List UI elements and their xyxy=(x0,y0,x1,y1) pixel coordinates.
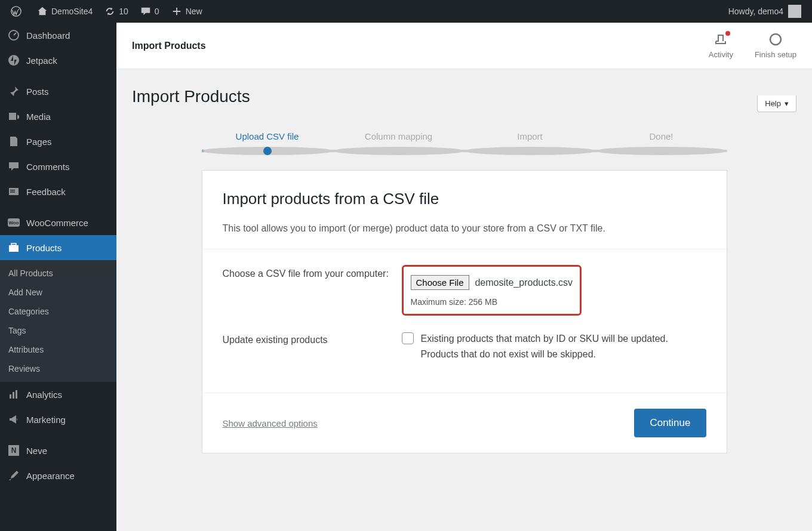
finish-setup-label: Finish setup xyxy=(755,50,796,59)
submenu-categories[interactable]: Categories xyxy=(0,302,116,321)
submenu-attributes[interactable]: Attributes xyxy=(0,340,116,359)
activity-icon xyxy=(713,32,728,47)
sidebar-label: Analytics xyxy=(26,390,62,400)
sidebar-item-products[interactable]: Products xyxy=(0,235,116,260)
notification-dot-icon xyxy=(725,31,730,36)
admin-bar: DemoSite4 10 0 New Howdy, demo4 xyxy=(0,0,812,23)
step-import: Import xyxy=(465,131,596,141)
step-upload: Upload CSV file xyxy=(202,131,333,141)
update-existing-description: Existing products that match by ID or SK… xyxy=(421,331,706,362)
submenu-all-products[interactable]: All Products xyxy=(0,264,116,283)
card-heading: Import products from a CSV file xyxy=(223,190,706,208)
svg-rect-9 xyxy=(9,245,19,252)
products-icon xyxy=(7,241,20,254)
site-name-label: DemoSite4 xyxy=(51,7,93,16)
sidebar-item-appearance[interactable]: Appearance xyxy=(0,463,116,488)
comments-count: 0 xyxy=(155,7,159,16)
circle-icon xyxy=(768,32,783,47)
sidebar-item-marketing[interactable]: Marketing xyxy=(0,407,116,432)
wordpress-icon xyxy=(11,6,21,17)
sidebar-label: Comments xyxy=(26,162,70,172)
home-icon xyxy=(37,6,48,17)
page-icon xyxy=(7,135,20,148)
advanced-options-link[interactable]: Show advanced options xyxy=(223,418,318,428)
submenu-tags[interactable]: Tags xyxy=(0,321,116,340)
sidebar-item-pages[interactable]: Pages xyxy=(0,129,116,154)
max-size-label: Maximum size: 256 MB xyxy=(411,297,573,307)
sidebar-label: Marketing xyxy=(26,415,66,425)
choose-file-button[interactable]: Choose File xyxy=(411,275,469,290)
svg-text:Woo: Woo xyxy=(8,220,19,226)
admin-sidebar: Dashboard Jetpack Posts Media Pages Comm… xyxy=(0,23,116,531)
comments-icon xyxy=(7,160,20,173)
sidebar-label: WooCommerce xyxy=(26,218,88,228)
refresh-icon xyxy=(104,6,115,17)
file-input-highlight: Choose File demosite_products.csv Maximu… xyxy=(402,265,582,316)
jetpack-icon xyxy=(7,54,20,67)
sidebar-label: Neve xyxy=(26,446,47,456)
sidebar-label: Products xyxy=(26,243,61,253)
updates-count: 10 xyxy=(119,7,128,16)
sidebar-item-feedback[interactable]: Feedback xyxy=(0,179,116,204)
sidebar-label: Posts xyxy=(26,87,49,97)
sidebar-item-woocommerce[interactable]: WooWooCommerce xyxy=(0,210,116,235)
wp-logo[interactable] xyxy=(5,0,31,23)
svg-rect-5 xyxy=(10,190,15,191)
activity-button[interactable]: Activity xyxy=(709,32,733,59)
updates-link[interactable]: 10 xyxy=(99,0,134,23)
svg-rect-12 xyxy=(13,392,14,399)
selected-file-name: demosite_products.csv xyxy=(475,277,573,288)
svg-rect-3 xyxy=(9,113,16,120)
sidebar-label: Pages xyxy=(26,137,52,147)
help-tab[interactable]: Help▾ xyxy=(757,95,796,112)
submenu-add-new[interactable]: Add New xyxy=(0,283,116,302)
continue-button[interactable]: Continue xyxy=(634,409,706,437)
chevron-down-icon: ▾ xyxy=(785,99,789,108)
step-done: Done! xyxy=(596,131,727,141)
dashboard-icon xyxy=(7,29,20,42)
progress-stepper: Upload CSV file Column mapping Import Do… xyxy=(202,123,727,152)
woo-icon: Woo xyxy=(7,216,20,229)
site-link[interactable]: DemoSite4 xyxy=(31,0,99,23)
topbar-title: Import Products xyxy=(132,41,206,51)
sidebar-item-comments[interactable]: Comments xyxy=(0,154,116,179)
feedback-icon xyxy=(7,185,20,198)
marketing-icon xyxy=(7,413,20,426)
finish-setup-button[interactable]: Finish setup xyxy=(755,32,796,59)
svg-text:N: N xyxy=(11,446,17,455)
choose-file-label: Choose a CSV file from your computer: xyxy=(223,265,390,316)
svg-rect-11 xyxy=(10,394,11,399)
sidebar-item-analytics[interactable]: Analytics xyxy=(0,382,116,407)
svg-point-16 xyxy=(770,34,781,45)
activity-label: Activity xyxy=(709,50,733,59)
new-link[interactable]: New xyxy=(165,0,208,23)
pin-icon xyxy=(7,85,20,98)
products-submenu: All Products Add New Categories Tags Att… xyxy=(0,260,116,382)
svg-rect-13 xyxy=(16,390,17,399)
sidebar-item-media[interactable]: Media xyxy=(0,104,116,129)
step-mapping: Column mapping xyxy=(333,131,465,141)
howdy-label: Howdy, demo4 xyxy=(728,7,783,16)
sidebar-label: Dashboard xyxy=(26,30,70,41)
brush-icon xyxy=(7,469,20,482)
neve-icon: N xyxy=(7,444,20,457)
svg-point-2 xyxy=(8,55,19,66)
content-area: Import Products Activity Finish setup He… xyxy=(116,23,812,531)
svg-rect-6 xyxy=(10,192,15,193)
sidebar-item-neve[interactable]: NNeve xyxy=(0,438,116,463)
page-title: Import Products xyxy=(132,87,796,106)
wc-topbar: Import Products Activity Finish setup xyxy=(116,23,812,69)
sidebar-label: Appearance xyxy=(26,471,75,481)
avatar-icon xyxy=(788,5,801,18)
sidebar-item-posts[interactable]: Posts xyxy=(0,79,116,104)
submenu-reviews[interactable]: Reviews xyxy=(0,359,116,378)
sidebar-item-dashboard[interactable]: Dashboard xyxy=(0,23,116,48)
update-existing-checkbox[interactable] xyxy=(402,332,414,344)
sidebar-label: Jetpack xyxy=(26,55,57,66)
howdy-link[interactable]: Howdy, demo4 xyxy=(722,0,807,23)
sidebar-label: Feedback xyxy=(26,187,66,197)
update-existing-label: Update existing products xyxy=(223,331,390,362)
new-label: New xyxy=(186,7,202,16)
comments-link[interactable]: 0 xyxy=(134,0,165,23)
sidebar-item-jetpack[interactable]: Jetpack xyxy=(0,48,116,73)
